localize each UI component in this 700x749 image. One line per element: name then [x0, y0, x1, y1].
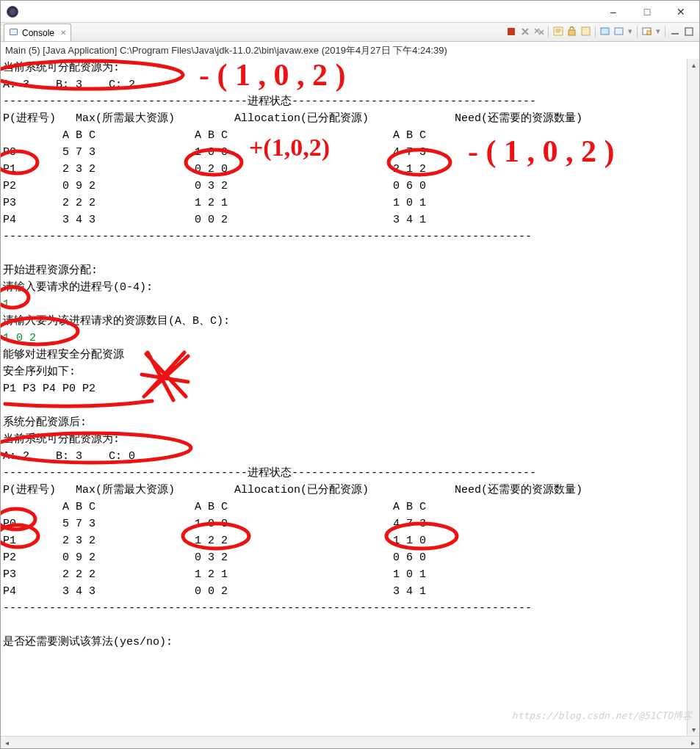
minimize-view-button[interactable] — [668, 25, 681, 37]
svg-rect-9 — [685, 28, 693, 35]
svg-rect-3 — [582, 27, 590, 35]
eclipse-icon — [7, 6, 18, 18]
open-console-dropdown[interactable]: ▾ — [654, 25, 662, 37]
pin-console-button[interactable] — [599, 25, 611, 37]
eclipse-window: – □ ✕ Console ✕ — [0, 0, 700, 749]
console-icon — [9, 28, 19, 37]
maximize-button[interactable]: □ — [630, 1, 664, 23]
titlebar[interactable]: – □ ✕ — [1, 1, 699, 23]
launch-description: Main (5) [Java Application] C:\Program F… — [1, 42, 699, 59]
remove-launch-button[interactable] — [519, 25, 531, 37]
scroll-lock-button[interactable] — [566, 25, 578, 37]
scroll-down-icon[interactable]: ▾ — [688, 723, 700, 736]
minimize-button[interactable]: – — [596, 1, 630, 23]
vertical-scrollbar[interactable]: ▴ ▾ — [687, 59, 699, 736]
svg-rect-2 — [569, 30, 575, 35]
svg-rect-5 — [615, 28, 623, 35]
open-console-button[interactable] — [641, 25, 653, 37]
view-tabbar: Console ✕ — [1, 23, 699, 42]
close-button[interactable]: ✕ — [664, 1, 698, 23]
svg-rect-7 — [647, 31, 651, 35]
scroll-left-icon[interactable]: ◂ — [1, 737, 13, 749]
scroll-up-icon[interactable]: ▴ — [688, 59, 700, 71]
svg-rect-8 — [671, 33, 679, 35]
console-tab[interactable]: Console ✕ — [4, 23, 71, 41]
clear-console-button[interactable] — [552, 25, 564, 37]
horizontal-scrollbar[interactable]: ◂ ▸ — [1, 736, 699, 748]
svg-rect-4 — [601, 28, 609, 35]
display-selected-console-button[interactable] — [613, 25, 625, 37]
svg-rect-0 — [508, 28, 515, 35]
terminate-button[interactable] — [505, 25, 517, 37]
remove-all-button[interactable] — [533, 25, 545, 37]
console-output[interactable]: 当前系统可分配资源为: A: 3 B: 3 C: 2 -------------… — [1, 59, 699, 651]
display-selected-console-dropdown[interactable]: ▾ — [627, 25, 634, 37]
maximize-view-button[interactable] — [682, 25, 695, 37]
scroll-right-icon[interactable]: ▸ — [687, 737, 699, 749]
word-wrap-button[interactable] — [580, 25, 592, 37]
console-area: 当前系统可分配资源为: A: 3 B: 3 C: 2 -------------… — [1, 59, 699, 736]
console-toolbar: ▾ ▾ — [505, 25, 695, 37]
console-tab-label: Console — [22, 28, 54, 38]
watermark: https://blog.csdn.net/@51CTO博客 — [512, 709, 692, 723]
close-tab-icon[interactable]: ✕ — [60, 29, 66, 37]
